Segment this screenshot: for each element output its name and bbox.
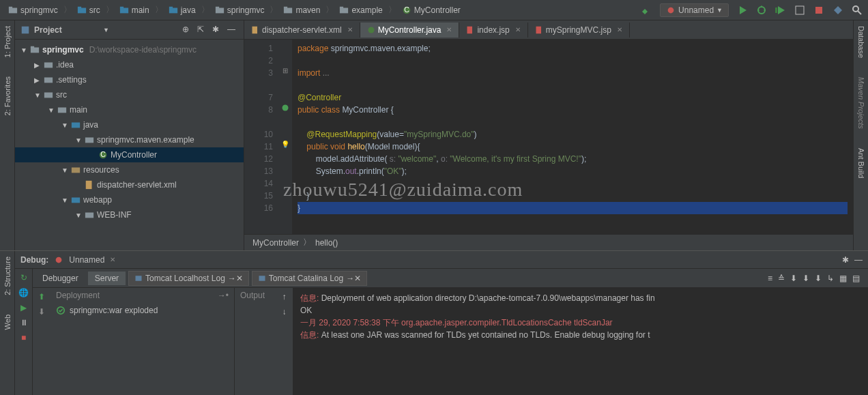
tab-index[interactable]: index.jsp✕	[459, 23, 527, 38]
svg-rect-39	[72, 198, 80, 203]
bc-main[interactable]: main	[117, 4, 152, 16]
profile-icon[interactable]	[794, 5, 805, 16]
tab-dispatcher[interactable]: dispatcher-servlet.xml✕	[244, 23, 360, 38]
debug-panel: 2: Structure Web Debug: Unnamed ✕ ✱ — ↻ …	[0, 250, 868, 395]
tree-src[interactable]: ▼src	[15, 87, 244, 102]
chevron-down-icon[interactable]: ▼	[103, 27, 109, 33]
debug-icon[interactable]	[756, 5, 767, 16]
sidebar-tab-maven[interactable]: Maven Projects	[856, 74, 867, 132]
tree-pkg[interactable]: ▼springmvc.maven.example	[15, 132, 244, 147]
calc-icon[interactable]: ▤	[852, 274, 860, 283]
close-icon[interactable]: ✕	[446, 26, 452, 33]
editor-area: dispatcher-servlet.xml✕ MyController.jav…	[244, 20, 853, 250]
stop-icon[interactable]: ■	[21, 333, 26, 342]
svg-line-25	[858, 11, 861, 14]
deploy-item[interactable]: springmvc:war exploded	[50, 303, 234, 318]
sidebar-tab-ant[interactable]: Ant Build	[856, 145, 867, 181]
stop-icon[interactable]	[813, 5, 824, 16]
down3-icon[interactable]: ⬇	[815, 274, 822, 283]
deploy-icon[interactable]: ⬆	[38, 292, 45, 302]
tree-root[interactable]: ▼springmvcD:\workspace-idea\springmvc	[15, 42, 244, 57]
hide-icon[interactable]: —	[227, 25, 238, 35]
hide-icon[interactable]: —	[854, 255, 863, 265]
sidebar-tab-database[interactable]: Database	[856, 23, 867, 61]
code-content[interactable]: package springmvc.maven.example; import …	[292, 40, 853, 234]
bc-src[interactable]: src	[74, 4, 103, 16]
toggle-icon[interactable]: ≡	[768, 274, 772, 283]
project-panel: Project ▼ ⊕ ⇱ ✱ — ▼springmvcD:\workspace…	[15, 20, 244, 250]
project-tree[interactable]: ▼springmvcD:\workspace-idea\springmvc ▶.…	[15, 40, 244, 250]
bulb-icon[interactable]: 💡	[278, 141, 292, 153]
bc-pkg1[interactable]: springmvc	[212, 4, 267, 16]
bc-method[interactable]: hello()	[315, 238, 338, 248]
browser-icon[interactable]: 🌐	[18, 288, 29, 297]
sidebar-tab-web[interactable]: Web	[2, 312, 13, 332]
hammer-icon[interactable]	[641, 5, 652, 16]
code-editor[interactable]: 1237810111213141516 ⊞💡 package springmvc…	[244, 40, 853, 234]
tree-resources[interactable]: ▼resources	[15, 162, 244, 177]
bc-pkg2[interactable]: maven	[280, 4, 323, 16]
tab-myspringmvc[interactable]: mySpringMVC.jsp✕	[528, 23, 630, 38]
locate-icon[interactable]: ⊕	[182, 25, 193, 35]
tree-webapp[interactable]: ▼webapp	[15, 192, 244, 207]
deploy-header: Deployment	[56, 291, 100, 300]
bc-java[interactable]: java	[166, 4, 199, 16]
collapse-icon[interactable]: ⇱	[197, 25, 208, 35]
close-icon[interactable]: ✕	[347, 26, 353, 33]
bc-class[interactable]: MyController	[252, 238, 299, 248]
tree-settings[interactable]: ▶.settings	[15, 72, 244, 87]
pause-icon[interactable]: ⏸	[20, 318, 28, 327]
svg-rect-30	[44, 78, 53, 83]
tree-dispatcher[interactable]: dispatcher-servlet.xml	[15, 177, 244, 192]
svg-text:C: C	[100, 150, 106, 158]
sidebar-tab-favorites[interactable]: 2: Favorites	[2, 74, 13, 118]
bc-root[interactable]: springmvc	[5, 4, 61, 16]
down-arrow-icon[interactable]: ↓	[283, 307, 287, 317]
svg-rect-8	[216, 8, 224, 13]
console-output[interactable]: 信息: Deployment of web application direct…	[293, 288, 868, 395]
tree-webinf[interactable]: ▼WEB-INF	[15, 207, 244, 222]
tab-debugger[interactable]: Debugger	[35, 272, 85, 285]
search-icon[interactable]	[852, 5, 863, 16]
tab-server[interactable]: Server	[88, 272, 126, 285]
vcs-icon[interactable]	[833, 5, 843, 16]
eval-icon[interactable]: ▦	[839, 274, 847, 283]
resume-icon[interactable]: ▶	[20, 303, 27, 312]
debug-title: Debug:	[20, 255, 48, 265]
bc-pkg3[interactable]: example	[336, 4, 385, 16]
close-icon[interactable]: ✕	[110, 256, 115, 263]
check-icon	[56, 306, 66, 315]
undeploy-icon[interactable]: ⬇	[38, 307, 45, 317]
up-icon[interactable]: ≙	[778, 274, 785, 283]
tree-controller[interactable]: CMyController	[15, 147, 244, 162]
run-gutter-icon[interactable]	[278, 104, 292, 116]
tree-java[interactable]: ▼java	[15, 117, 244, 132]
sidebar-tab-project[interactable]: 1: Project	[2, 23, 13, 60]
sidebar-tab-structure[interactable]: 2: Structure	[2, 254, 13, 298]
step-icon[interactable]: ↳	[827, 274, 834, 283]
down-icon[interactable]: ⬇	[790, 274, 797, 283]
rerun-icon[interactable]: ↻	[20, 273, 27, 282]
project-icon	[20, 25, 30, 35]
gear-icon[interactable]: ✱	[212, 25, 223, 35]
tree-main[interactable]: ▼main	[15, 102, 244, 117]
svg-rect-34	[85, 138, 93, 143]
gutter-icons: ⊞💡	[278, 40, 292, 234]
tree-idea[interactable]: ▶.idea	[15, 57, 244, 72]
up-arrow-icon[interactable]: ↑	[283, 292, 287, 302]
down2-icon[interactable]: ⬇	[802, 274, 809, 283]
svg-point-16	[668, 7, 674, 13]
svg-rect-27	[31, 48, 39, 53]
close-icon[interactable]: ✕	[617, 26, 622, 33]
run-icon[interactable]	[737, 5, 748, 16]
tab-localhost-log[interactable]: Tomcat Localhost Log →✕	[128, 271, 249, 286]
gear-icon[interactable]: ✱	[842, 255, 849, 265]
svg-rect-9	[216, 6, 219, 8]
bc-class[interactable]: CMyController	[399, 4, 463, 16]
run-config-selector[interactable]: Unnamed ▼	[660, 3, 729, 17]
coverage-icon[interactable]	[775, 5, 786, 16]
right-sidebar: Database Maven Projects Ant Build	[853, 20, 868, 250]
close-icon[interactable]: ✕	[515, 26, 521, 33]
tab-mycontroller[interactable]: MyController.java✕	[360, 23, 460, 38]
tab-catalina-log[interactable]: Tomcat Catalina Log →✕	[252, 271, 367, 286]
